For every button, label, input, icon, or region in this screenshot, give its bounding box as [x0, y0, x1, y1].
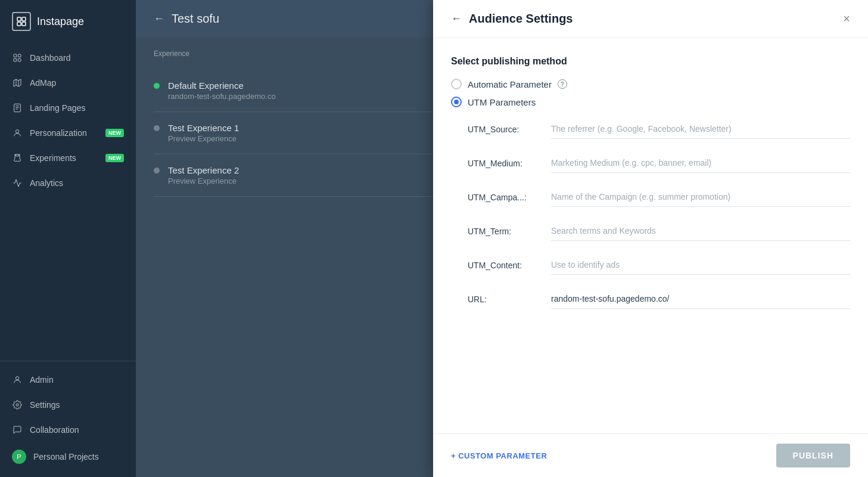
utm-source-label: UTM_Source:: [468, 125, 551, 139]
sidebar-item-admap[interactable]: AdMap: [0, 70, 136, 95]
utm-fields: UTM_Source: UTM_Medium: UTM_Campa...: UT…: [451, 119, 850, 309]
svg-rect-3: [22, 22, 26, 26]
svg-rect-2: [22, 17, 26, 21]
experience-sub-3: Preview Experience: [168, 176, 239, 185]
experience-name-1: Default Experience: [168, 80, 276, 91]
sidebar-label-dashboard: Dashboard: [30, 53, 71, 63]
utm-campaign-label: UTM_Campa...:: [468, 193, 551, 207]
utm-campaign-input[interactable]: [551, 187, 850, 207]
panel-header: ← Audience Settings ×: [433, 0, 868, 38]
sidebar-label-landing-pages: Landing Pages: [30, 103, 85, 113]
svg-point-11: [16, 404, 18, 406]
help-icon[interactable]: ?: [558, 79, 567, 89]
personalization-badge: NEW: [105, 129, 124, 137]
experience-name-3: Test Experience 2: [168, 165, 239, 175]
sidebar-item-personalization[interactable]: Personalization NEW: [0, 120, 136, 145]
utm-campaign-field: UTM_Campa...:: [468, 187, 850, 207]
collaboration-icon: [12, 425, 23, 435]
section-title: Select publishing method: [451, 56, 850, 67]
settings-icon: [12, 399, 23, 410]
sidebar-label-personal-projects: Personal Projects: [33, 452, 99, 461]
sidebar-item-experiments[interactable]: Experiments NEW: [0, 145, 136, 171]
radio-automatic-label: Automatic Parameter: [468, 79, 552, 89]
sidebar-item-analytics[interactable]: Analytics: [0, 171, 136, 196]
panel-title: Audience Settings: [469, 12, 836, 26]
radio-utm-parameters[interactable]: UTM Parameters: [451, 97, 850, 107]
svg-rect-6: [14, 58, 17, 61]
custom-parameter-button[interactable]: + CUSTOM PARAMETER: [451, 451, 547, 460]
radio-utm-circle: [451, 97, 462, 107]
publish-button[interactable]: PUBLISH: [776, 444, 850, 467]
svg-rect-7: [18, 58, 21, 61]
sidebar-item-personal-projects[interactable]: P Personal Projects: [0, 442, 136, 471]
svg-rect-1: [17, 22, 21, 26]
sidebar-bottom: Admin Settings Collaboration P Personal …: [0, 361, 136, 477]
avatar: P: [12, 450, 26, 464]
svg-rect-4: [14, 54, 17, 57]
experiments-icon: [12, 153, 23, 163]
url-value: random-test-sofu.pagedemo.co/: [551, 289, 850, 309]
svg-rect-5: [18, 54, 21, 57]
panel-close-button[interactable]: ×: [843, 12, 850, 26]
svg-point-9: [15, 130, 18, 133]
sidebar-label-personalization: Personalization: [30, 128, 87, 138]
sidebar-nav: Dashboard AdMap Landing Pages Personaliz…: [0, 45, 136, 361]
sidebar-logo: Instapage: [0, 0, 136, 45]
sidebar-label-analytics: Analytics: [30, 178, 63, 188]
utm-term-input[interactable]: [551, 221, 850, 241]
sidebar-label-experiments: Experiments: [30, 153, 76, 163]
utm-medium-field: UTM_Medium:: [468, 153, 850, 173]
main-page-title: Test sofu: [172, 12, 219, 26]
svg-rect-0: [17, 17, 21, 21]
audience-settings-panel: ← Audience Settings × Select publishing …: [433, 0, 868, 477]
radio-automatic-parameter[interactable]: Automatic Parameter ?: [451, 79, 850, 89]
svg-point-10: [15, 377, 18, 380]
sidebar-label-settings: Settings: [30, 400, 60, 410]
experience-name-2: Test Experience 1: [168, 123, 239, 133]
utm-term-field: UTM_Term:: [468, 221, 850, 241]
personalization-icon: [12, 128, 23, 138]
utm-source-field: UTM_Source:: [468, 119, 850, 139]
experience-inactive-dot-2: [154, 125, 160, 131]
experiments-badge: NEW: [105, 154, 124, 162]
admap-icon: [12, 78, 23, 88]
sidebar: Instapage Dashboard AdMap Landing Pages …: [0, 0, 136, 477]
experience-sub-2: Preview Experience: [168, 134, 239, 143]
experience-active-dot: [154, 83, 160, 89]
sidebar-item-settings[interactable]: Settings: [0, 392, 136, 417]
utm-content-field: UTM_Content:: [468, 255, 850, 275]
radio-utm-label: UTM Parameters: [468, 97, 536, 107]
svg-rect-8: [14, 104, 21, 111]
experience-sub-1: random-test-sofu.pagedemo.co: [168, 92, 276, 101]
utm-content-input[interactable]: [551, 255, 850, 275]
panel-back-button[interactable]: ←: [451, 13, 462, 25]
sidebar-label-admin: Admin: [30, 375, 54, 385]
sidebar-item-landing-pages[interactable]: Landing Pages: [0, 95, 136, 120]
landing-pages-icon: [12, 103, 23, 113]
logo-text: Instapage: [37, 16, 84, 28]
utm-term-label: UTM_Term:: [468, 227, 551, 241]
sidebar-item-collaboration[interactable]: Collaboration: [0, 417, 136, 442]
dashboard-icon: [12, 52, 23, 63]
panel-footer: + CUSTOM PARAMETER PUBLISH: [433, 433, 868, 477]
radio-automatic-circle: [451, 79, 462, 89]
sidebar-item-dashboard[interactable]: Dashboard: [0, 45, 136, 70]
sidebar-item-admin[interactable]: Admin: [0, 367, 136, 392]
main-back-button[interactable]: ←: [154, 13, 164, 25]
experience-inactive-dot-3: [154, 168, 160, 174]
logo-icon: [12, 12, 31, 31]
main-content: ← Test sofu Experience Default Experienc…: [136, 0, 868, 477]
utm-medium-label: UTM_Medium:: [468, 159, 551, 173]
sidebar-label-admap: AdMap: [30, 78, 56, 88]
url-label: URL:: [468, 295, 551, 309]
url-field: URL: random-test-sofu.pagedemo.co/: [468, 289, 850, 309]
panel-body: Select publishing method Automatic Param…: [433, 38, 868, 433]
utm-content-label: UTM_Content:: [468, 261, 551, 275]
utm-medium-input[interactable]: [551, 153, 850, 173]
sidebar-label-collaboration: Collaboration: [30, 425, 79, 435]
utm-source-input[interactable]: [551, 119, 850, 139]
analytics-icon: [12, 178, 23, 188]
admin-icon: [12, 374, 23, 385]
